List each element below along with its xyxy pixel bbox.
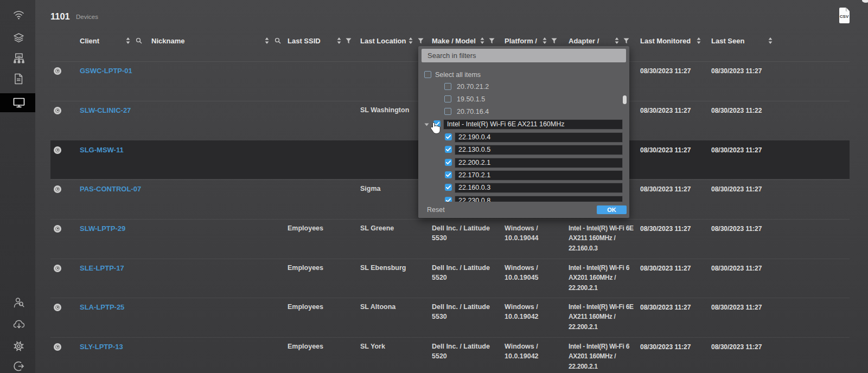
svg-text:CSV: CSV [840,14,849,19]
